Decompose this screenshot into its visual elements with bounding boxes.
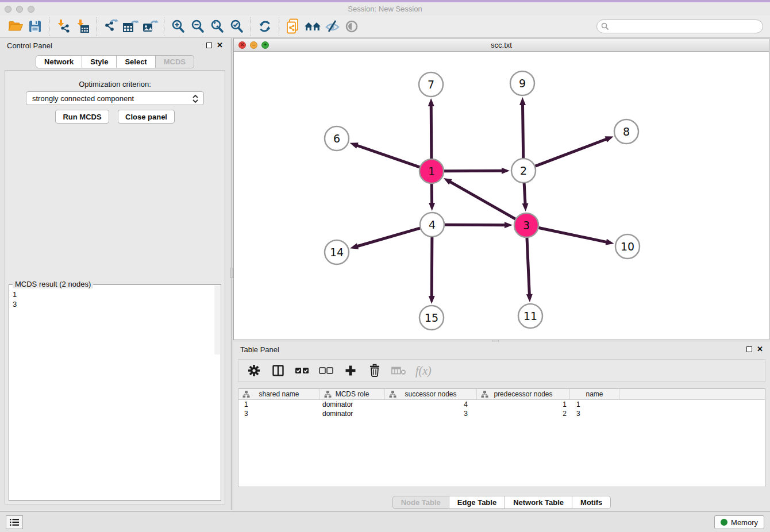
cell-shared-name[interactable]: 1 <box>238 400 320 409</box>
graph-node-7[interactable]: 7 <box>419 72 443 97</box>
graph-edge-3-1[interactable] <box>449 182 515 219</box>
memory-button[interactable]: Memory <box>714 515 764 529</box>
graph-node-label: 8 <box>623 125 630 138</box>
refresh-layout-button[interactable] <box>255 17 275 36</box>
cell-predecessor-nodes[interactable]: 1 <box>477 400 570 409</box>
graph-node-label: 2 <box>520 164 527 177</box>
graph-node-10[interactable]: 10 <box>615 234 640 259</box>
close-table-panel-icon[interactable]: ✕ <box>757 346 763 352</box>
cell-shared-name[interactable]: 3 <box>238 409 320 418</box>
close-panel-button[interactable]: Close panel <box>118 110 175 124</box>
graph-node-14[interactable]: 14 <box>325 240 349 264</box>
save-session-button[interactable] <box>25 17 45 36</box>
plus-icon <box>344 364 357 377</box>
cell-mcds-role[interactable]: dominator <box>320 400 385 409</box>
column-header-shared-name[interactable]: shared name <box>238 389 320 399</box>
graph-edge-2-8[interactable] <box>536 139 607 166</box>
cell-mcds-role[interactable]: dominator <box>320 409 385 418</box>
graph-node-8[interactable]: 8 <box>614 119 638 144</box>
toolbar-separator <box>164 17 164 36</box>
column-header-successor-nodes[interactable]: successor nodes <box>385 389 477 399</box>
graph-edge-arrowhead <box>350 142 359 148</box>
cell-name[interactable]: 3 <box>570 409 619 418</box>
tab-edge-table[interactable]: Edge Table <box>449 496 505 509</box>
tab-mcds[interactable]: MCDS <box>156 55 194 68</box>
duplicate-network-button[interactable] <box>283 17 303 36</box>
memory-status-icon <box>721 519 727 526</box>
add-column-button[interactable] <box>343 363 358 378</box>
hierarchy-icon <box>242 391 250 398</box>
eye-icon <box>344 19 360 34</box>
export-image-button[interactable] <box>140 17 160 36</box>
table-row[interactable]: 3 dominator 3 2 3 <box>238 409 765 418</box>
column-header-mcds-role[interactable]: MCDS role <box>320 389 385 399</box>
zoom-out-button[interactable] <box>188 17 207 36</box>
zoom-in-icon <box>171 19 186 34</box>
graph-edge-1-6[interactable] <box>356 145 419 167</box>
open-session-button[interactable] <box>6 17 25 36</box>
table-settings-button[interactable] <box>247 363 261 378</box>
graph-edge-3-10[interactable] <box>539 228 607 242</box>
graph-node-1[interactable]: 1 <box>419 159 444 183</box>
table-row[interactable]: 1 dominator 4 1 1 <box>238 400 765 409</box>
graph-node-3[interactable]: 3 <box>514 213 538 237</box>
tab-node-table[interactable]: Node Table <box>392 496 449 509</box>
show-all-button[interactable] <box>342 17 361 36</box>
hierarchy-icon <box>389 391 396 398</box>
function-builder-button[interactable]: f(x) <box>415 364 432 377</box>
column-header-name[interactable]: name <box>570 389 619 399</box>
cell-successor-nodes[interactable]: 3 <box>385 409 477 418</box>
graph-edge-arrowhead <box>429 203 435 211</box>
graph-edge-1-7[interactable] <box>431 105 432 159</box>
tab-style[interactable]: Style <box>82 55 117 68</box>
cell-name[interactable]: 1 <box>570 400 619 409</box>
graph-node-label: 11 <box>523 310 537 322</box>
network-graph-canvas[interactable]: 1234678910111415 <box>234 52 769 340</box>
tab-motifs[interactable]: Motifs <box>572 496 611 509</box>
zoom-selected-button[interactable] <box>227 17 247 36</box>
zoom-in-button[interactable] <box>168 17 188 36</box>
column-header-predecessor-nodes[interactable]: predecessor nodes <box>477 389 570 399</box>
graph-edge-4-15[interactable] <box>432 237 432 297</box>
float-table-panel-icon[interactable] <box>746 346 752 352</box>
graph-edge-3-11[interactable] <box>527 238 529 295</box>
zoom-fit-button[interactable] <box>207 17 227 36</box>
criterion-dropdown[interactable]: strongly connected component <box>26 91 204 105</box>
tab-select[interactable]: Select <box>117 55 155 68</box>
export-table-icon <box>122 18 139 34</box>
hide-selected-button[interactable] <box>322 17 342 36</box>
graph-edge-4-3[interactable] <box>445 225 506 225</box>
graph-node-15[interactable]: 15 <box>419 306 444 330</box>
window-title: Session: New Session <box>0 5 770 13</box>
graph-edge-1-2[interactable] <box>444 171 503 171</box>
close-panel-icon[interactable]: ✕ <box>217 43 223 48</box>
tab-network-table[interactable]: Network Table <box>505 496 572 509</box>
column-layout-button[interactable] <box>271 363 286 378</box>
task-history-button[interactable] <box>6 515 23 529</box>
control-panel-titlebar: Control Panel ✕ <box>0 38 230 53</box>
import-table-button[interactable] <box>73 17 93 36</box>
graph-node-9[interactable]: 9 <box>510 71 534 95</box>
graph-edge-2-3[interactable] <box>524 183 525 205</box>
tab-network[interactable]: Network <box>36 55 82 68</box>
result-scrollbar[interactable] <box>214 286 220 354</box>
cell-successor-nodes[interactable]: 4 <box>385 400 477 409</box>
search-input[interactable] <box>596 20 763 33</box>
import-network-button[interactable] <box>53 17 73 36</box>
run-mcds-button[interactable]: Run MCDS <box>55 110 109 124</box>
deselect-all-button[interactable] <box>319 363 334 378</box>
delete-table-button[interactable] <box>391 363 406 378</box>
graph-node-2[interactable]: 2 <box>511 159 536 183</box>
graph-edge-2-9[interactable] <box>522 104 523 158</box>
export-table-button[interactable] <box>121 17 140 36</box>
select-all-button[interactable] <box>295 363 310 378</box>
export-network-button[interactable] <box>101 17 121 36</box>
graph-edge-4-14[interactable] <box>357 228 420 246</box>
float-panel-icon[interactable] <box>206 43 212 48</box>
delete-column-button[interactable] <box>367 363 382 378</box>
first-neighbors-button[interactable] <box>303 17 322 36</box>
graph-node-4[interactable]: 4 <box>420 213 444 237</box>
cell-predecessor-nodes[interactable]: 2 <box>477 409 570 418</box>
graph-node-11[interactable]: 11 <box>518 304 542 328</box>
graph-node-6[interactable]: 6 <box>325 126 349 151</box>
